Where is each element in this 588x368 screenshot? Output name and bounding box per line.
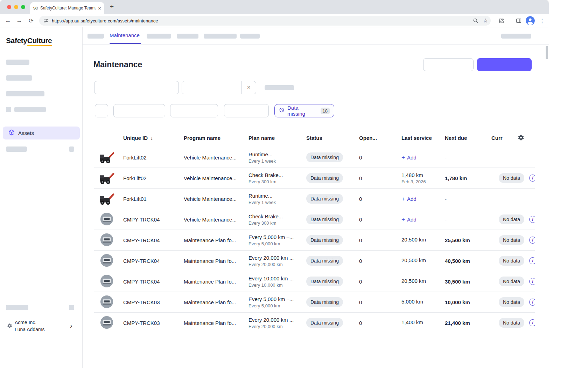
clear-icon: ×: [247, 84, 251, 91]
no-data-badge: No data: [499, 214, 524, 224]
table-row[interactable]: CMPY-TRCK04 Vehicle Maintenance... Check…: [94, 209, 535, 230]
new-tab-button[interactable]: +: [110, 3, 114, 11]
info-icon[interactable]: i: [529, 216, 535, 223]
table-row[interactable]: CMPY-TRCK03 Maintenance Plan fo... Every…: [94, 313, 535, 333]
filter-input-1[interactable]: [94, 81, 179, 94]
table-row[interactable]: ForkLift02 Vehicle Maintenance... Check …: [94, 168, 535, 189]
skeleton-nav-right: [501, 34, 531, 39]
next-due-cell: 10,000 km: [441, 299, 488, 305]
last-service-cell: +Add 20,500 km: [398, 237, 441, 244]
info-icon[interactable]: i: [529, 278, 535, 285]
status-badge: Data missing: [306, 235, 343, 245]
header-plan-name[interactable]: Plan name: [245, 135, 302, 141]
table-row[interactable]: ForkLift02 Vehicle Maintenance... Runtim…: [94, 147, 535, 168]
add-last-service-button[interactable]: +Add: [401, 217, 416, 223]
status-cell: Data missing: [302, 173, 355, 183]
column-settings-button[interactable]: [507, 129, 535, 147]
table-row[interactable]: CMPY-TRCK04 Maintenance Plan fo... Every…: [94, 271, 535, 292]
filter-dropdown-3[interactable]: [224, 104, 269, 117]
profile-avatar[interactable]: [526, 16, 535, 25]
zoom-icon[interactable]: [472, 18, 479, 24]
unique-id-cell[interactable]: CMPY-TRCK04: [119, 237, 180, 243]
filter-dropdown-1[interactable]: [113, 104, 165, 117]
unique-id-cell[interactable]: CMPY-TRCK04: [119, 279, 180, 285]
forklift-image: [99, 150, 115, 165]
truck-image: [100, 212, 113, 227]
info-icon[interactable]: i: [529, 319, 535, 326]
header-unique-id[interactable]: Unique ID↓: [119, 135, 180, 141]
table-row[interactable]: CMPY-TRCK04 Maintenance Plan fo... Every…: [94, 230, 535, 251]
forward-icon[interactable]: →: [16, 17, 23, 24]
address-bar[interactable]: https://app.au.safetyculture.com/assets/…: [39, 16, 491, 26]
forklift-image: [99, 171, 115, 185]
tab-close-icon[interactable]: ×: [98, 6, 101, 11]
filter-dropdown-2[interactable]: [170, 104, 218, 117]
no-data-badge: No data: [499, 173, 524, 183]
next-due-cell: 1,780 km: [441, 175, 488, 181]
browser-tab[interactable]: SC SafetyCulture: Manage Teams and... ×: [30, 2, 104, 14]
plan-name-cell: Runtime... Every 1 week: [245, 193, 302, 205]
header-open[interactable]: Open...: [355, 135, 398, 141]
filter-input-2[interactable]: [182, 81, 242, 94]
settings-gear-icon[interactable]: [7, 323, 12, 328]
open-actions-cell: 0: [355, 175, 398, 181]
zoom-window-button[interactable]: [21, 5, 25, 9]
add-last-service-button[interactable]: +Add: [401, 155, 416, 161]
header-status[interactable]: Status: [302, 135, 355, 141]
chevron-right-icon[interactable]: ›: [70, 322, 72, 330]
close-window-button[interactable]: [7, 5, 11, 9]
unique-id-cell[interactable]: CMPY-TRCK04: [119, 217, 180, 223]
next-due-cell: -: [441, 217, 488, 223]
side-panel-icon[interactable]: [515, 17, 522, 24]
status-cell: Data missing: [302, 194, 355, 204]
table-row[interactable]: ForkLift01 Vehicle Maintenance... Runtim…: [94, 189, 535, 209]
data-missing-filter-chip[interactable]: Data missing 18: [274, 104, 334, 117]
program-name-cell: Vehicle Maintenance...: [180, 175, 245, 181]
open-actions-cell: 0: [355, 155, 398, 161]
program-name-cell: Maintenance Plan fo...: [180, 299, 245, 305]
unique-id-cell[interactable]: CMPY-TRCK03: [119, 299, 180, 305]
filter-button-small[interactable]: [95, 104, 108, 117]
open-actions-cell: 0: [355, 299, 398, 305]
truck-image: [100, 274, 113, 289]
info-icon[interactable]: i: [529, 237, 535, 244]
asset-image-cell: [94, 150, 119, 165]
unique-id-cell[interactable]: CMPY-TRCK03: [119, 320, 180, 326]
back-icon[interactable]: ←: [5, 17, 12, 24]
header-next-due[interactable]: Next due: [441, 135, 488, 141]
info-icon[interactable]: i: [529, 257, 535, 264]
truck-image: [100, 295, 113, 309]
unique-id-cell[interactable]: ForkLift02: [119, 155, 180, 161]
unique-id-cell[interactable]: ForkLift01: [119, 196, 180, 202]
secondary-action-button[interactable]: [423, 58, 474, 71]
minimize-window-button[interactable]: [14, 5, 18, 9]
header-program-name[interactable]: Program name: [180, 135, 245, 141]
open-actions-cell: 0: [355, 258, 398, 264]
info-icon[interactable]: i: [529, 175, 535, 182]
status-cell: Data missing: [302, 297, 355, 307]
menu-kebab-icon[interactable]: ⋮: [539, 17, 546, 24]
page-scrollbar[interactable]: [546, 46, 548, 59]
truck-image: [100, 233, 113, 247]
tab-maintenance[interactable]: Maintenance: [110, 32, 140, 38]
add-last-service-button[interactable]: +Add: [401, 196, 416, 202]
unique-id-cell[interactable]: CMPY-TRCK04: [119, 258, 180, 264]
skeleton-tab: [147, 34, 171, 39]
no-data-badge: No data: [499, 256, 524, 266]
logo-culture: Culture: [27, 36, 52, 45]
refresh-icon[interactable]: ⟳: [28, 17, 35, 24]
header-last-service[interactable]: Last service: [398, 135, 441, 141]
extensions-icon[interactable]: [498, 17, 505, 24]
account-switcher[interactable]: Acme Inc. Luna Addams ›: [0, 318, 83, 337]
current-cell: No data i: [488, 313, 535, 333]
site-settings-icon[interactable]: [43, 18, 49, 23]
sidebar-item-assets[interactable]: Assets: [3, 127, 80, 139]
primary-action-button[interactable]: [477, 58, 532, 71]
plan-frequency: Every 20,000 km: [248, 324, 302, 329]
table-row[interactable]: CMPY-TRCK04 Maintenance Plan fo... Every…: [94, 251, 535, 271]
clear-filter-button[interactable]: ×: [242, 81, 256, 94]
bookmark-star-icon[interactable]: ☆: [482, 18, 489, 24]
table-row[interactable]: CMPY-TRCK03 Maintenance Plan fo... Every…: [94, 292, 535, 313]
info-icon[interactable]: i: [529, 299, 535, 306]
unique-id-cell[interactable]: ForkLift02: [119, 175, 180, 181]
